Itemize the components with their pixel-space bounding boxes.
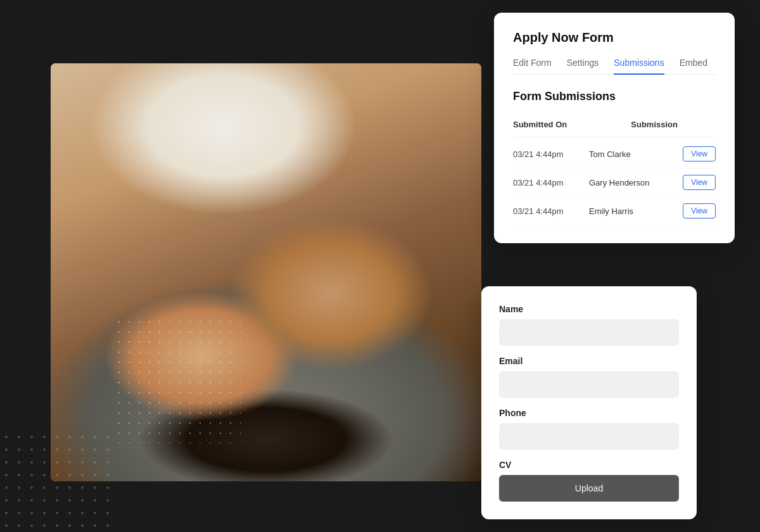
col-submitted-on: Submitted On — [513, 120, 567, 129]
field-label-email: Email — [499, 356, 679, 366]
panel-title: Apply Now Form — [513, 30, 716, 45]
tab-bar: Edit Form Settings Submissions Embed — [513, 58, 716, 75]
tab-edit-form[interactable]: Edit Form — [513, 58, 552, 74]
email-input[interactable] — [499, 371, 679, 398]
row-name-3: Emily Harris — [589, 206, 683, 216]
field-label-phone: Phone — [499, 408, 679, 418]
view-button-1[interactable]: View — [683, 146, 716, 162]
row-date-2: 03/21 4:44pm — [513, 178, 589, 187]
field-label-name: Name — [499, 304, 679, 314]
dot-pattern-overlay — [114, 317, 241, 443]
submissions-panel: Apply Now Form Edit Form Settings Submis… — [494, 13, 735, 243]
phone-input[interactable] — [499, 423, 679, 450]
tab-settings[interactable]: Settings — [567, 58, 599, 74]
tab-embed[interactable]: Embed — [680, 58, 707, 74]
form-panel: Name Email Phone CV Upload — [481, 286, 697, 519]
section-title: Form Submissions — [513, 90, 716, 103]
table-row: 03/21 4:44pm Emily Harris View — [513, 197, 716, 225]
row-name-1: Tom Clarke — [589, 149, 683, 159]
view-button-2[interactable]: View — [683, 175, 716, 190]
tab-submissions[interactable]: Submissions — [614, 58, 664, 74]
table-row: 03/21 4:44pm Tom Clarke View — [513, 140, 716, 168]
table-header: Submitted On Submission — [513, 116, 716, 137]
field-label-cv: CV — [499, 460, 679, 470]
table-row: 03/21 4:44pm Gary Henderson View — [513, 168, 716, 197]
view-button-3[interactable]: View — [683, 203, 716, 218]
row-name-2: Gary Henderson — [589, 178, 683, 187]
row-date-1: 03/21 4:44pm — [513, 149, 589, 159]
submissions-table: Submitted On Submission 03/21 4:44pm Tom… — [513, 116, 716, 225]
hero-photo — [51, 63, 481, 481]
upload-button[interactable]: Upload — [499, 475, 679, 502]
dot-pattern-bottom-left — [0, 431, 114, 532]
name-input[interactable] — [499, 319, 679, 346]
row-date-3: 03/21 4:44pm — [513, 206, 589, 216]
col-submission: Submission — [631, 120, 678, 129]
